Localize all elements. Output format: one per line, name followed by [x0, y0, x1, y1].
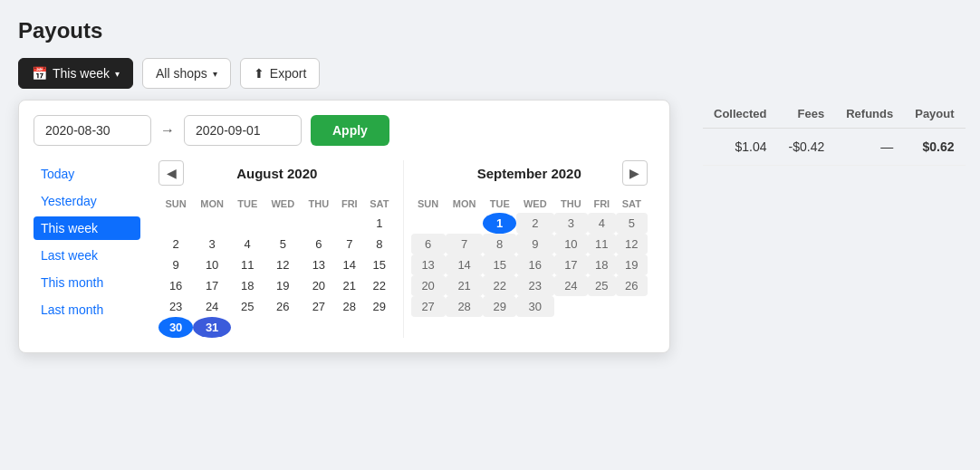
sep-day-cell[interactable]: 6	[411, 234, 446, 254]
sep-day-cell[interactable]: 4	[588, 213, 616, 234]
sep-day-cell	[616, 296, 648, 317]
quick-link-this-week[interactable]: This week	[34, 216, 140, 240]
sep-day-cell	[446, 213, 484, 234]
export-button[interactable]: ⬆ Export	[240, 58, 320, 89]
aug-col-thu: THU	[302, 195, 335, 213]
aug-day-cell[interactable]: 23	[159, 296, 193, 317]
aug-day-cell[interactable]: 9	[159, 254, 193, 275]
aug-day-cell[interactable]: 17	[193, 275, 231, 296]
sep-day-cell[interactable]: 17	[554, 254, 588, 275]
aug-day-cell[interactable]: 26	[264, 296, 302, 317]
end-date-input[interactable]	[184, 115, 302, 146]
sep-day-cell[interactable]: 14	[446, 254, 484, 275]
aug-day-cell	[231, 317, 264, 338]
aug-day-cell[interactable]: 10	[193, 254, 231, 275]
aug-col-sun: SUN	[159, 195, 193, 213]
sep-day-cell[interactable]: 13	[411, 254, 446, 275]
sep-day-cell[interactable]: 25	[588, 275, 616, 296]
sep-day-cell[interactable]: 24	[554, 275, 588, 296]
quick-link-yesterday[interactable]: Yesterday	[34, 189, 140, 213]
quick-link-last-month[interactable]: Last month	[34, 298, 140, 321]
aug-day-cell[interactable]: 3	[193, 234, 231, 254]
col-fees: Fees	[778, 100, 836, 129]
aug-day-cell[interactable]: 15	[363, 254, 395, 275]
sep-day-cell[interactable]: 8	[483, 234, 516, 254]
sep-day-cell[interactable]: 18	[588, 254, 616, 275]
sep-day-cell[interactable]: 22	[483, 275, 516, 296]
sep-day-cell	[554, 296, 588, 317]
sep-day-cell[interactable]: 7	[446, 234, 484, 254]
next-month-button[interactable]: ▶	[622, 160, 648, 186]
sep-col-wed: WED	[516, 195, 554, 213]
aug-day-cell	[363, 317, 395, 338]
sep-day-cell[interactable]: 12	[616, 234, 648, 254]
sep-day-cell[interactable]: 5	[616, 213, 648, 234]
sep-day-cell[interactable]: 29	[483, 296, 516, 317]
sep-day-cell[interactable]: 10	[554, 234, 588, 254]
sep-col-thu: THU	[554, 195, 588, 213]
sep-day-cell[interactable]: 28	[446, 296, 484, 317]
all-shops-label: All shops	[156, 66, 207, 81]
sep-day-cell[interactable]: 9	[516, 234, 554, 254]
august-calendar: ◀ August 2020 SUN MON TUE WED	[151, 160, 404, 338]
aug-day-cell[interactable]: 24	[193, 296, 231, 317]
data-table: Collected Fees Refunds Payout $1.04 -$0.…	[703, 100, 966, 166]
aug-day-cell[interactable]: 14	[336, 254, 364, 275]
chevron-down-icon: ▾	[115, 69, 120, 79]
quick-link-this-month[interactable]: This month	[34, 271, 140, 294]
aug-day-cell[interactable]: 21	[336, 275, 364, 296]
sep-day-cell[interactable]: 3	[554, 213, 588, 234]
aug-day-cell[interactable]: 30	[159, 317, 193, 338]
apply-button[interactable]: Apply	[311, 115, 389, 146]
start-date-input[interactable]	[34, 115, 151, 146]
sep-day-cell[interactable]: 23	[516, 275, 554, 296]
aug-day-cell[interactable]: 7	[336, 234, 364, 254]
date-inputs-row: → Apply	[34, 115, 655, 146]
aug-day-cell[interactable]: 20	[302, 275, 335, 296]
aug-day-cell	[264, 213, 302, 234]
aug-day-cell[interactable]: 6	[302, 234, 335, 254]
aug-day-cell	[336, 213, 364, 234]
aug-day-cell[interactable]: 28	[336, 296, 364, 317]
sep-day-cell[interactable]: 30	[516, 296, 554, 317]
aug-day-cell[interactable]: 19	[264, 275, 302, 296]
sep-day-cell[interactable]: 19	[616, 254, 648, 275]
aug-day-cell	[264, 317, 302, 338]
all-shops-button[interactable]: All shops ▾	[142, 58, 231, 89]
sep-day-cell[interactable]: 20	[411, 275, 446, 296]
quick-link-today[interactable]: Today	[34, 162, 140, 186]
aug-day-cell[interactable]: 31	[193, 317, 231, 338]
aug-day-cell[interactable]: 27	[302, 296, 335, 317]
this-week-button[interactable]: 📅 This week ▾	[18, 58, 133, 89]
aug-day-cell[interactable]: 2	[159, 234, 193, 254]
aug-day-cell[interactable]: 8	[363, 234, 395, 254]
aug-day-cell[interactable]: 13	[302, 254, 335, 275]
sep-day-cell[interactable]: 2	[516, 213, 554, 234]
sep-day-cell[interactable]: 27	[411, 296, 446, 317]
sep-day-cell[interactable]: 16	[516, 254, 554, 275]
sep-day-cell[interactable]: 1	[483, 213, 516, 234]
sep-day-cell	[411, 213, 446, 234]
aug-day-cell[interactable]: 25	[231, 296, 264, 317]
aug-day-cell	[336, 317, 364, 338]
sep-col-tue: TUE	[483, 195, 516, 213]
aug-day-cell[interactable]: 12	[264, 254, 302, 275]
sep-day-cell[interactable]: 26	[616, 275, 648, 296]
aug-day-cell[interactable]: 4	[231, 234, 264, 254]
aug-day-cell[interactable]: 29	[363, 296, 395, 317]
september-grid: SUN MON TUE WED THU FRI SAT 123	[411, 195, 649, 317]
aug-day-cell[interactable]: 11	[231, 254, 264, 275]
sep-day-cell[interactable]: 21	[446, 275, 484, 296]
aug-day-cell[interactable]: 22	[363, 275, 395, 296]
col-refunds: Refunds	[835, 100, 904, 129]
sep-day-cell[interactable]: 15	[483, 254, 516, 275]
chevron-down-icon: ▾	[213, 69, 217, 79]
aug-day-cell[interactable]: 18	[231, 275, 264, 296]
aug-day-cell[interactable]: 16	[159, 275, 193, 296]
quick-link-last-week[interactable]: Last week	[34, 244, 140, 267]
aug-day-cell[interactable]: 5	[264, 234, 302, 254]
sep-day-cell[interactable]: 11	[588, 234, 616, 254]
prev-month-button[interactable]: ◀	[159, 160, 184, 186]
this-week-label: This week	[53, 66, 110, 81]
aug-day-cell[interactable]: 1	[363, 213, 395, 234]
